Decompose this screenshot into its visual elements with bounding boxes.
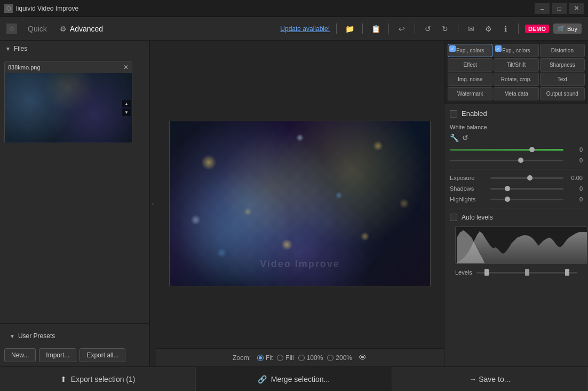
settings-button[interactable]: ⚙ [482, 22, 495, 35]
shadows-thumb[interactable] [505, 186, 510, 191]
quick-tab[interactable]: Quick [23, 22, 51, 35]
highlights-slider[interactable] [490, 199, 563, 200]
levels-track[interactable] [476, 272, 577, 273]
file-thumb-header: 838kmo.png ✕ [5, 61, 132, 73]
shadows-slider[interactable] [490, 188, 563, 190]
toolbar-divider-1 [336, 24, 337, 34]
highlights-row: Highlights 0 [450, 196, 583, 202]
toolbar: ⬡ Quick ⚙ Advanced Update available! 📁 📋… [0, 17, 588, 41]
auto-levels-row: Auto levels [450, 214, 583, 221]
highlights-thumb[interactable] [505, 197, 510, 202]
new-preset-button[interactable]: New... [4, 348, 36, 362]
file-close-button[interactable]: ✕ [123, 64, 129, 71]
mail-button[interactable]: ✉ [465, 22, 478, 35]
zoom-fit-option[interactable]: Fit [257, 354, 273, 362]
titlebar: ⬡ liquivid Video Improve – □ ✕ [0, 0, 588, 17]
user-presets-header[interactable]: ▼ User Presets [4, 328, 145, 344]
right-panel: ✓ Exp., colors ✓ Exp., colors Distortion… [444, 41, 588, 366]
user-presets-label: User Presets [18, 332, 55, 340]
redo-button[interactable]: ↻ [439, 22, 451, 35]
highlights-value: 0 [567, 196, 583, 202]
wb-slider-2[interactable] [450, 160, 563, 161]
file-thumb-nav: ▲ ▼ [122, 100, 131, 116]
clipboard-button[interactable]: 📋 [369, 22, 382, 35]
module-output-sound[interactable]: Output sound [540, 87, 585, 100]
merge-icon: 🔗 [258, 375, 267, 384]
info-button[interactable]: ℹ [499, 22, 512, 35]
export-selection-button[interactable]: ⬆ Export selection (1) [0, 367, 196, 391]
export-all-button[interactable]: Export all... [80, 348, 125, 362]
merge-selection-button[interactable]: 🔗 Merge selection... [196, 367, 392, 391]
advanced-icon: ⚙ [60, 25, 67, 33]
levels-mid-handle[interactable] [525, 269, 529, 276]
buy-button[interactable]: 🛒 Buy [553, 24, 582, 34]
update-link[interactable]: Update available! [280, 25, 330, 33]
merge-label: Merge selection... [271, 375, 330, 384]
eye-icon[interactable]: 👁 [359, 353, 367, 363]
thumb-nav-down-button[interactable]: ▼ [122, 108, 131, 116]
module-img-noise[interactable]: Img. noise [448, 73, 492, 86]
demo-badge: DEMO [525, 25, 549, 33]
module-watermark[interactable]: Watermark [448, 87, 492, 100]
highlights-label: Highlights [450, 196, 487, 202]
auto-levels-checkbox[interactable] [450, 214, 457, 221]
open-folder-button[interactable]: 📁 [343, 22, 356, 35]
zoom-100-option[interactable]: 100% [298, 354, 323, 362]
export-icon: ⬆ [60, 375, 67, 384]
levels-right-handle[interactable] [565, 269, 569, 276]
watermark-text: Video Improve [260, 259, 340, 270]
wb-eyedropper-button[interactable]: 🔧 [450, 134, 459, 142]
module-meta-data[interactable]: Meta data [494, 87, 538, 100]
zoom-fit-radio[interactable] [257, 355, 264, 361]
wb-slider-1-row: 0 [450, 146, 583, 153]
zoom-200-option[interactable]: 200% [327, 354, 352, 362]
collapse-panel-button[interactable]: ‹ [149, 41, 156, 366]
wb-reset-button[interactable]: ↺ [462, 134, 468, 142]
undo-button[interactable]: ↩ [395, 22, 408, 35]
module-effect[interactable]: Effect [448, 58, 492, 72]
minimize-button[interactable]: – [535, 3, 550, 14]
files-section-header[interactable]: ▼ Files [0, 41, 149, 57]
bottom-bar: ⬆ Export selection (1) 🔗 Merge selection… [0, 366, 588, 391]
module-exp-colors[interactable]: ✓ Exp., colors [448, 44, 492, 57]
zoom-200-label: 200% [336, 354, 352, 362]
left-panel: ▼ Files 838kmo.png ✕ ▲ ▼ [0, 41, 149, 366]
import-preset-button[interactable]: Import... [39, 348, 76, 362]
zoom-200-radio[interactable] [327, 355, 333, 361]
file-thumb-image-inner [5, 73, 132, 143]
quick-tab-label: Quick [28, 25, 47, 33]
enabled-checkbox[interactable] [450, 110, 457, 118]
divider-1 [450, 169, 583, 169]
wb-slider-1[interactable] [450, 149, 563, 151]
maximize-button[interactable]: □ [552, 3, 567, 14]
files-arrow-icon: ▼ [5, 46, 11, 52]
levels-left-handle[interactable] [484, 269, 489, 276]
module-text[interactable]: Text [540, 73, 585, 86]
wb-value-1: 0 [567, 146, 583, 153]
settings-area: Enabled White balance 🔧 ↺ 0 0 [444, 104, 588, 281]
undo2-button[interactable]: ↺ [422, 22, 434, 35]
auto-levels-label: Auto levels [462, 214, 493, 221]
module-distortion[interactable]: Distortion [540, 44, 585, 57]
save-to-button[interactable]: → Save to... [392, 367, 588, 391]
wb-slider-1-thumb[interactable] [529, 147, 535, 152]
thumb-nav-up-button[interactable]: ▲ [122, 100, 131, 107]
zoom-100-radio[interactable] [298, 355, 305, 361]
module-rotate-crop[interactable]: Rotate, crop. [494, 73, 538, 86]
presets-arrow-icon: ▼ [10, 333, 15, 339]
advanced-tab[interactable]: ⚙ Advanced [55, 22, 107, 35]
zoom-fill-radio[interactable] [277, 355, 283, 361]
module-exp-colors2[interactable]: ✓ Exp., colors [494, 44, 538, 57]
zoom-fill-option[interactable]: Fill [277, 354, 293, 362]
close-button[interactable]: ✕ [569, 3, 584, 14]
module-sharpness[interactable]: Sharpness [540, 58, 585, 72]
window-controls: – □ ✕ [535, 3, 584, 14]
app-title: liquivid Video Improve [16, 5, 535, 12]
exposure-thumb[interactable] [527, 175, 533, 181]
toolbar-divider-6 [518, 24, 519, 34]
exposure-slider[interactable] [490, 177, 563, 179]
wb-slider-2-thumb[interactable] [518, 158, 523, 163]
file-name: 838kmo.png [8, 64, 41, 71]
module-tilt-shift[interactable]: Tilt/Shift [494, 58, 538, 72]
presets-buttons: New... Import... Export all... [4, 348, 145, 362]
